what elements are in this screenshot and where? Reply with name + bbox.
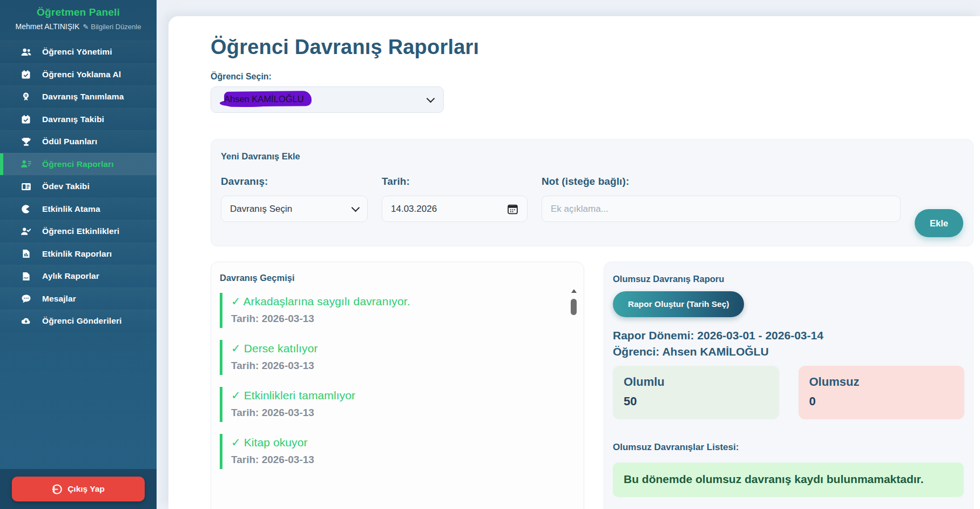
sidebar-item-davranis-tanimlama[interactable]: Davranış Tanımlama [0,85,157,108]
date-input[interactable]: 14.03.2026 [382,196,528,222]
add-button[interactable]: Ekle [915,209,963,237]
sidebar-item-ogrenci-raporlari[interactable]: Öğrenci Raporları [0,153,157,176]
users-icon [21,48,31,56]
sidebar-item-odev-takibi[interactable]: Ödev Takibi [0,175,157,198]
history-item-text: ✓ Arkadaşlarına saygılı davranıyor. [231,295,551,308]
history-item-date: Tarih: 2026-03-13 [231,360,551,372]
user-name: Mehmet ALTINIŞIK [16,22,80,31]
report-title: Olumsuz Davranış Raporu [613,274,964,284]
chevron-down-icon [352,204,360,212]
behavior-field: Davranış: Davranış Seçin [221,176,368,222]
behavior-label: Davranış: [221,176,368,187]
negative-value: 0 [809,394,954,408]
edit-profile-label: Bilgileri Düzenle [91,23,141,31]
edit-profile-link[interactable]: ✎ Bilgileri Düzenle [83,23,141,31]
sidebar-item-ogrenci-etkinlikleri[interactable]: Öğrenci Etkinlikleri [0,220,157,243]
history-item-text: ✓ Derse katılıyor [231,342,551,355]
address-card-icon [21,183,31,190]
empty-message: Bu dönemde olumsuz davranış kaydı bulunm… [624,473,923,485]
empty-message-box: Bu dönemde olumsuz davranış kaydı bulunm… [613,463,964,497]
main-area: Öğrenci Davranış Raporları Öğrenci Seçin… [157,0,980,509]
app-root: Öğretmen Paneli Mehmet ALTINIŞIK ✎ Bilgi… [0,0,980,509]
history-item: ✓ Arkadaşlarına saygılı davranıyor.Tarih… [220,293,551,328]
sidebar-item-label: Aylık Raporlar [42,271,99,281]
add-behavior-card: Yeni Davranış Ekle Davranış: Davranış Se… [211,139,974,246]
sidebar-item-ogrenci-gonderileri[interactable]: Öğrenci Gönderileri [0,310,157,332]
history-item: ✓ Etkinlikleri tamamlıyorTarih: 2026-03-… [220,387,551,422]
file-chart-icon [21,250,31,258]
sidebar-item-etkinlik-atama[interactable]: Etkinlik Atama [0,198,157,220]
history-item-date: Tarih: 2026-03-13 [231,313,551,325]
history-item-date: Tarih: 2026-03-13 [231,407,551,419]
scroll-thumb[interactable] [571,299,577,315]
sidebar-item-odul-puanlari[interactable]: Ödül Puanları [0,130,157,153]
history-list: ✓ Arkadaşlarına saygılı davranıyor.Tarih… [220,293,551,469]
student-select-label: Öğrenci Seçin: [211,72,974,82]
note-input[interactable] [542,196,901,222]
scroll-up-arrow-icon[interactable] [571,289,577,293]
positive-label: Olumlu [624,375,768,389]
sidebar-item-davranis-takibi[interactable]: Davranış Takibi [0,108,157,131]
history-item-date: Tarih: 2026-03-13 [231,454,551,466]
sidebar-item-ogrenci-yonetimi[interactable]: Öğrenci Yönetimi [0,41,157,63]
history-item: ✓ Derse katılıyorTarih: 2026-03-13 [220,340,551,375]
calendar-check-icon [21,115,31,124]
scrollbar[interactable] [570,289,577,509]
sidebar-nav: Öğrenci YönetimiÖğrenci Yoklama AlDavran… [0,41,157,332]
positive-value: 50 [624,394,768,408]
negative-label: Olumsuz [809,375,954,389]
sidebar-item-label: Davranış Takibi [42,115,104,124]
file-pdf-icon: PDF [21,272,31,280]
sidebar-item-label: Öğrenci Raporları [42,159,114,169]
sidebar-item-label: Öğrenci Etkinlikleri [42,226,119,236]
logout-label: Çıkış Yap [67,484,105,494]
sidebar-item-ogrenci-yoklama-al[interactable]: Öğrenci Yoklama Al [0,63,157,86]
bottom-section: Davranış Geçmişi ✓ Arkadaşlarına saygılı… [211,262,974,509]
student-select-value: Ahsen KAMİLOĞLU [224,94,304,104]
history-item-text: ✓ Etkinlikleri tamamlıyor [231,389,551,402]
calendar-icon[interactable] [507,203,518,215]
report-period: Rapor Dönemi: 2026-03-01 - 2026-03-14 [613,329,964,342]
user-check-icon [21,227,31,235]
positive-stat-card: Olumlu 50 [613,366,779,419]
sidebar-item-etkinlik-raporlari[interactable]: Etkinlik Raporları [0,243,157,265]
generate-report-button[interactable]: Rapor Oluştur (Tarih Seç) [613,291,744,317]
negative-report-card: Olumsuz Davranış Raporu Rapor Oluştur (T… [604,262,974,509]
history-title: Davranış Geçmişi [220,273,551,283]
sidebar-item-label: Ödev Takibi [42,182,90,191]
logout-button[interactable]: Çıkış Yap [12,477,145,501]
sidebar-item-label: Etkinlik Atama [42,204,100,214]
sidebar-item-label: Öğrenci Yoklama Al [42,70,121,79]
date-field: Tarih: 14.03.2026 [382,176,528,222]
pie-chart-icon [21,205,31,213]
sidebar-item-aylik-raporlar[interactable]: PDFAylık Raporlar [0,265,157,287]
page-title: Öğrenci Davranış Raporları [211,36,974,59]
calendar-check-icon [21,70,31,79]
sidebar-footer: Çıkış Yap [0,469,157,509]
behavior-select-value: Davranış Seçin [230,204,292,215]
comment-dots-icon [21,294,31,303]
trophy-icon [21,138,31,146]
user-info: Mehmet ALTINIŞIK ✎ Bilgileri Düzenle [5,22,151,31]
behavior-select[interactable]: Davranış Seçin [221,196,368,222]
sidebar-item-label: Mesajlar [42,294,76,304]
history-item: ✓ Kitap okuyorTarih: 2026-03-13 [220,434,551,469]
sidebar-item-mesajlar[interactable]: Mesajlar [0,287,157,310]
history-item-text: ✓ Kitap okuyor [231,436,551,449]
sidebar-item-label: Öğrenci Yönetimi [42,47,112,57]
add-behavior-title: Yeni Davranış Ekle [221,151,963,162]
logout-icon [52,484,62,494]
redaction-scribble: Ahsen KAMİLOĞLU [221,92,312,108]
svg-text:PDF: PDF [23,277,28,279]
sidebar-item-label: Davranış Tanımlama [42,92,124,102]
user-list-icon [21,160,31,168]
negative-list-label: Olumsuz Davranışlar Listesi: [613,442,964,453]
date-label: Tarih: [382,176,528,187]
student-select[interactable]: Ahsen KAMİLOĞLU [211,86,444,113]
sidebar-item-label: Öğrenci Gönderileri [42,316,121,326]
note-field: Not (isteğe bağlı): [542,176,901,222]
report-student: Öğrenci: Ahsen KAMİLOĞLU [613,345,964,358]
chevron-down-icon [427,95,435,103]
stats-row: Olumlu 50 Olumsuz 0 [613,366,964,419]
pencil-icon: ✎ [83,23,89,31]
